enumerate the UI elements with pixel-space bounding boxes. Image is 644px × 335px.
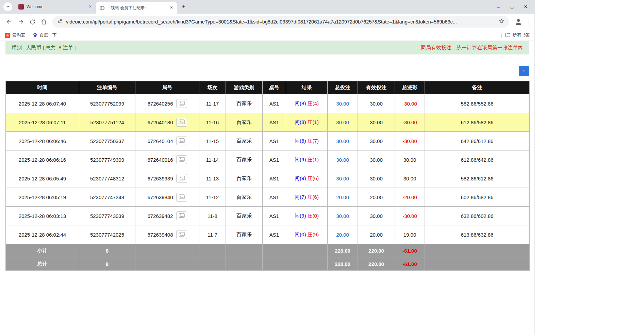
bet-table-row: 2025-12-28 06:03:13523077743039672639482… (6, 207, 530, 225)
cell-total-bet[interactable]: 20.00 (328, 188, 358, 207)
cell-total-bet[interactable]: 30.00 (328, 150, 358, 169)
cell-total-bet[interactable]: 30.00 (328, 207, 358, 225)
game-replay-button[interactable] (176, 137, 187, 145)
column-header-bet-id: 注单编号 (79, 81, 135, 94)
browser-menu-icon[interactable]: ⋮ (525, 18, 531, 26)
bookmark-label: 爱淘宝 (12, 32, 25, 38)
replay-icon (179, 176, 185, 181)
cell-total-bet[interactable]: 20.00 (328, 225, 358, 244)
cell-valid-bet: 30.00 (358, 113, 395, 132)
cell-note: 582.86/552.86 (425, 94, 530, 113)
cell-total-bet[interactable]: 30.00 (328, 113, 358, 132)
tab-title: :::视讯 会员下注纪录::: (108, 5, 166, 11)
cell-table-no: AS1 (263, 150, 286, 169)
player-result: 闲(8) (295, 119, 306, 125)
cell-payout: -30.00 (395, 207, 425, 225)
game-replay-button[interactable] (176, 99, 187, 108)
cell-valid-bet: 30.00 (358, 132, 395, 150)
cell-total-bet[interactable]: 30.00 (328, 132, 358, 150)
cell-bet-id: 523077750337 (79, 132, 135, 150)
forward-button[interactable] (15, 16, 27, 28)
cell-payout: -20.00 (395, 188, 425, 207)
cell-table-no: AS1 (263, 169, 286, 188)
empty-cell (286, 257, 328, 271)
back-button[interactable] (3, 16, 15, 28)
column-header-payout: 总派彩 (395, 81, 425, 94)
empty-cell (135, 244, 199, 257)
cell-session: 11-16 (199, 113, 226, 132)
bookmark-taobao[interactable]: 淘 爱淘宝 (5, 32, 25, 38)
tab-bet-records[interactable]: :::视讯 会员下注纪录::: × (96, 2, 177, 14)
cell-payout: 30.00 (395, 150, 425, 169)
bookmarks-right: | 所有书签 (501, 32, 530, 39)
cell-table-no: AS1 (263, 207, 286, 225)
cell-valid-bet: 20.00 (358, 225, 395, 244)
cell-table-no: AS1 (263, 188, 286, 207)
url-text[interactable]: videoie.com/ipl/portal.php/game/betrecor… (66, 19, 495, 25)
column-header-time: 时间 (6, 81, 79, 94)
url-bar[interactable]: videoie.com/ipl/portal.php/game/betrecor… (52, 16, 509, 28)
cell-time: 2025-12-28 06:03:13 (6, 207, 79, 225)
cell-result: 闲(7) 庄(6) (286, 188, 328, 207)
bookmark-star-icon[interactable] (498, 18, 505, 26)
game-replay-button[interactable] (176, 211, 187, 220)
new-tab-button[interactable]: + (179, 2, 188, 11)
cell-table-no: AS1 (263, 225, 286, 244)
tab-search-button[interactable] (3, 2, 12, 11)
cell-valid-bet: 30.00 (358, 169, 395, 188)
cell-total-bet[interactable]: 30.00 (328, 169, 358, 188)
game-replay-button[interactable] (176, 230, 187, 239)
tab-close-icon[interactable]: × (87, 4, 93, 10)
window-close-button[interactable]: × (519, 0, 532, 14)
column-header-valid-bet: 有效投注 (358, 81, 395, 94)
game-replay-button[interactable] (176, 193, 187, 202)
banker-result: 庄(9) (308, 232, 319, 237)
bet-table-row: 2025-12-28 06:06:16523077749309672640016… (6, 150, 530, 169)
cell-game-type: 百家乐 (226, 188, 263, 207)
bookmark-baidu[interactable]: 百度一下 (33, 32, 57, 38)
cell-round: 672640104 (135, 132, 199, 150)
player-result: 闲(0) (295, 232, 306, 237)
refresh-button[interactable] (27, 16, 38, 28)
game-replay-button[interactable] (176, 174, 187, 183)
empty-cell (263, 257, 286, 271)
banker-result: 庄(1) (308, 119, 319, 125)
minimize-button[interactable]: ─ (492, 0, 505, 14)
home-button[interactable] (38, 16, 50, 28)
cell-bet-id: 523077742025 (79, 225, 135, 244)
currency-summary: 币别 : 人民币 | 总共 :8 注单 | (12, 45, 76, 51)
replay-icon (179, 138, 185, 144)
bookmark-label: 百度一下 (40, 32, 57, 38)
cell-bet-id: 523077748312 (79, 169, 135, 188)
game-replay-button[interactable] (176, 118, 187, 127)
cell-valid-bet: 30.00 (358, 94, 395, 113)
empty-cell (425, 244, 530, 257)
player-result: 闲(9) (295, 175, 306, 181)
cell-note: 612.86/642.86 (425, 150, 530, 169)
cell-game-type: 百家乐 (226, 132, 263, 150)
bet-table-row: 2025-12-28 06:07:40523077752099672640256… (6, 94, 530, 113)
subtotal-payout: -61.00 (395, 244, 425, 257)
round-number: 672640256 (147, 101, 173, 107)
tab-close-icon[interactable]: × (169, 5, 174, 11)
total-row: 总计 8 220.00 220.00 -61.00 (6, 257, 530, 271)
all-bookmarks-button[interactable]: 所有书签 (505, 32, 530, 39)
cell-result: 闲(8) 庄(4) (286, 94, 328, 113)
game-replay-button[interactable] (176, 155, 187, 164)
cell-note: 642.86/612.86 (425, 132, 530, 150)
bookmarks-bar: 淘 爱淘宝 百度一下 | 所有书签 (0, 30, 534, 41)
page-button-1[interactable]: 1 (519, 66, 529, 76)
bet-table-body: 2025-12-28 06:07:40523077752099672640256… (6, 94, 530, 244)
replay-icon (179, 232, 185, 238)
cell-table-no: AS1 (263, 94, 286, 113)
cell-total-bet[interactable]: 30.00 (328, 94, 358, 113)
subtotal-row: 小计 8 220.00 220.00 -61.00 (6, 244, 530, 257)
profile-avatar[interactable] (513, 17, 524, 27)
tab-welcome[interactable]: Welcome × (15, 3, 96, 11)
cell-round: 672640016 (135, 150, 199, 169)
banker-result: 庄(0) (308, 213, 319, 219)
maximize-button[interactable]: □ (505, 0, 519, 14)
chevron-down-icon (6, 4, 10, 10)
site-info-icon[interactable] (57, 18, 63, 25)
player-result: 闲(7) (295, 194, 306, 200)
